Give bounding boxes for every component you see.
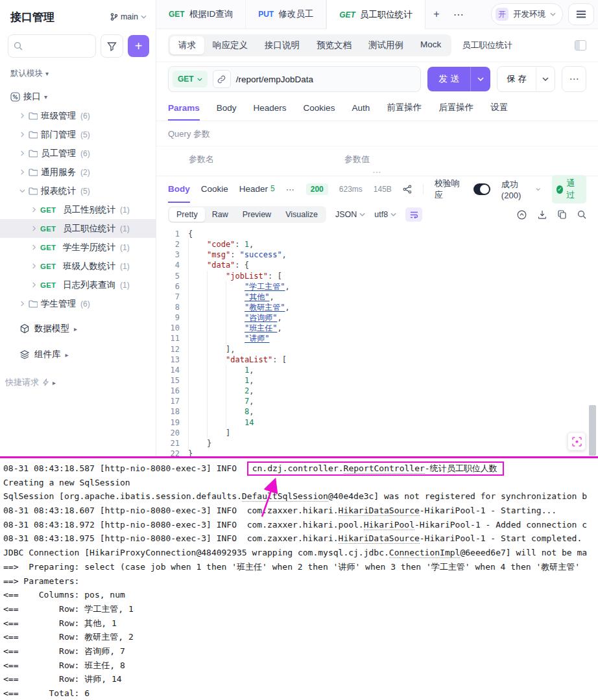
send-button[interactable]: 发 送 <box>427 67 490 91</box>
sidebar-item-req-classnum[interactable]: GET 班级人数统计 (1) <box>0 257 156 275</box>
module-selector[interactable]: 默认模块 ▾ <box>0 58 156 82</box>
format-dropdown[interactable]: JSON <box>335 210 365 219</box>
doc-tab-query-by-id[interactable]: GET 根据ID查询 <box>156 0 246 29</box>
hamburger-menu-button[interactable] <box>568 3 594 25</box>
doc-tab-update-emp[interactable]: PUT 修改员工 <box>246 0 326 29</box>
tab-headers[interactable]: Headers <box>254 96 287 121</box>
tab-resp-cookie[interactable]: Cookie <box>201 176 228 203</box>
new-tab-button[interactable]: + <box>425 0 448 29</box>
tab-auth[interactable]: Auth <box>352 96 370 121</box>
code-line: 141, <box>156 365 598 375</box>
tab-params[interactable]: Params <box>168 96 200 121</box>
chevron-right-icon <box>31 207 37 213</box>
validate-result-dropdown[interactable]: 成功 (200) <box>501 179 541 200</box>
tab-api-doc[interactable]: 接口说明 <box>256 36 308 54</box>
view-pretty[interactable]: Pretty <box>169 207 205 222</box>
add-button[interactable]: + <box>128 35 149 57</box>
tab-pre-ops[interactable]: 前置操作 <box>387 96 422 121</box>
tab-resp-header[interactable]: Header 5 <box>239 176 275 203</box>
search-input[interactable] <box>8 34 96 58</box>
url-row: GET /report/empJobData 发 送 保 存 ⋯ <box>156 62 598 96</box>
layers-icon <box>19 349 30 360</box>
response-body-viewer[interactable]: 1{2"code": 1,3"msg": "success",4"data": … <box>156 227 598 456</box>
tree-root-label: 接口 <box>23 91 41 102</box>
chevron-down-icon[interactable] <box>471 77 490 81</box>
response-more-button[interactable]: ⋯ <box>286 185 295 194</box>
cube-icon <box>19 323 30 334</box>
encoding-dropdown[interactable]: utf8 <box>374 210 396 219</box>
sidebar-item-folder-common[interactable]: 通用服务 (2) <box>0 163 156 181</box>
caret-down-icon: ▾ <box>44 93 47 100</box>
search-icon <box>14 41 23 51</box>
sidebar-item-req-log[interactable]: GET 日志列表查询 (1) <box>0 275 156 294</box>
tab-request[interactable]: 请求 <box>170 36 204 54</box>
sidebar-item-req-edu[interactable]: GET 学生学历统计 (1) <box>0 238 156 257</box>
request-count: (1) <box>120 205 130 215</box>
code-line: 1{ <box>156 229 598 239</box>
method-badge: GET <box>339 10 355 19</box>
sidebar-item-folder-student[interactable]: 学生管理 (6) <box>0 294 156 313</box>
sidebar-item-req-gender[interactable]: GET 员工性别统计 (1) <box>0 200 156 219</box>
layout-panel-icon[interactable] <box>575 40 586 51</box>
word-wrap-button[interactable] <box>405 207 422 222</box>
tab-mock[interactable]: Mock <box>412 36 449 54</box>
tab-more-button[interactable]: ⋯ <box>448 0 470 29</box>
tab-test-case[interactable]: 测试用例 <box>360 36 412 54</box>
sidebar-item-quick-request[interactable]: 快捷请求 ▸ <box>0 373 156 392</box>
filter-button[interactable] <box>101 34 123 58</box>
method-select[interactable]: GET <box>173 71 208 88</box>
view-raw[interactable]: Raw <box>205 207 235 222</box>
view-preview[interactable]: Preview <box>235 207 278 222</box>
tab-body[interactable]: Body <box>217 96 237 121</box>
share-icon[interactable] <box>403 185 412 194</box>
folder-icon <box>29 131 38 139</box>
request-more-button[interactable]: ⋯ <box>562 66 586 92</box>
link-icon[interactable] <box>213 70 231 88</box>
download-button[interactable] <box>538 210 547 219</box>
splitter-handle[interactable]: ⋯ <box>372 167 382 177</box>
scroll-top-button[interactable] <box>517 210 527 220</box>
doc-tab-emp-job-stats[interactable]: GET 员工职位统计 <box>326 0 425 29</box>
log-line: <== Row: 其他, 1 <box>3 616 598 631</box>
environment-selector[interactable]: 开 开发环境 <box>491 3 563 25</box>
sidebar-item-component-lib[interactable]: 组件库 ▸ <box>0 344 156 365</box>
sidebar-item-folder-report[interactable]: 报表统计 (5) <box>0 181 156 200</box>
check-icon: ✓ <box>556 185 563 194</box>
code-line: 22} <box>156 449 598 456</box>
tab-cookies[interactable]: Cookies <box>304 96 335 121</box>
log-line: <== Row: 教研主管, 2 <box>3 630 598 644</box>
sidebar-item-data-model[interactable]: 数据模型 ▸ <box>0 318 156 339</box>
save-button[interactable]: 保 存 <box>497 66 555 92</box>
screenshot-region-button[interactable] <box>568 432 586 450</box>
validate-toggle[interactable] <box>473 183 490 195</box>
search-button[interactable] <box>577 210 586 219</box>
request-count: (1) <box>120 243 130 252</box>
sidebar-item-folder-emp[interactable]: 员工管理 (6) <box>0 144 156 163</box>
log-line: <== Row: 学工主管, 1 <box>3 602 598 616</box>
sidebar-item-folder-dept[interactable]: 部门管理 (5) <box>0 125 156 144</box>
tab-settings[interactable]: 设置 <box>490 96 508 121</box>
chevron-down-icon <box>390 213 396 216</box>
url-input[interactable]: GET /report/empJobData <box>168 66 421 92</box>
branch-selector[interactable]: main <box>110 12 147 21</box>
hamburger-icon <box>576 10 586 18</box>
view-visualize[interactable]: Visualize <box>278 207 325 222</box>
chevron-down-icon[interactable] <box>536 77 555 81</box>
chevron-right-icon <box>19 132 25 137</box>
folder-label: 通用服务 <box>41 167 76 178</box>
request-subtabs: Params Body Headers Cookies Auth 前置操作 后置… <box>156 96 598 121</box>
tree-root-api[interactable]: 接口 ▾ <box>0 87 156 106</box>
tab-preview-doc[interactable]: 预览文档 <box>308 36 360 54</box>
sidebar-search-row: + <box>0 26 156 58</box>
sidebar-item-req-job[interactable]: GET 员工职位统计 (1) <box>0 219 156 238</box>
response-size: 145B <box>374 185 392 194</box>
folder-count: (5) <box>80 130 90 139</box>
copy-button[interactable] <box>558 210 566 219</box>
chevron-down-icon <box>550 12 556 16</box>
tab-resp-body[interactable]: Body <box>168 176 190 203</box>
sidebar-item-folder-class[interactable]: 班级管理 (6) <box>0 106 156 125</box>
vertical-scrollbar[interactable] <box>589 405 596 456</box>
request-count: (1) <box>120 281 130 290</box>
tab-post-ops[interactable]: 后置操作 <box>438 96 473 121</box>
tab-response-def[interactable]: 响应定义 <box>204 36 256 54</box>
